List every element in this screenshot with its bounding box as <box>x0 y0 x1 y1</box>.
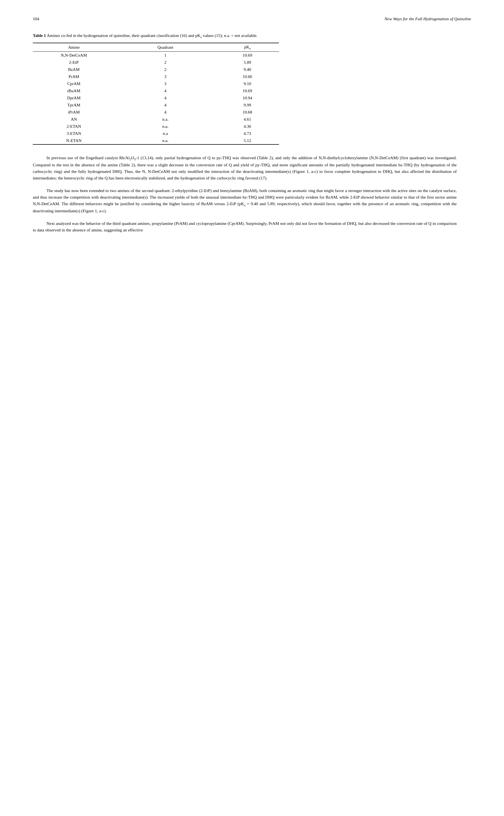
table-cell-12-0: N-ETAN <box>33 137 115 144</box>
table-cell-11-1: n.a <box>115 130 216 137</box>
table-cell-1-1: 2 <box>115 59 216 66</box>
table-cell-5-2: 10.69 <box>216 87 279 94</box>
table-row: DprAM410.94 <box>33 94 279 101</box>
table-row: tBuAM410.69 <box>33 87 279 94</box>
table-cell-5-1: 4 <box>115 87 216 94</box>
table-cell-10-0: 2-ETAN <box>33 123 115 130</box>
table-row: TprAM49.99 <box>33 101 279 109</box>
table-cell-7-2: 9.99 <box>216 101 279 109</box>
table-cell-1-0: 2-EtP <box>33 59 115 66</box>
table-cell-10-1: n.a. <box>115 123 216 130</box>
paragraph-3: Next analyzed was the behavior of the th… <box>33 220 457 233</box>
table-cell-2-2: 9.40 <box>216 66 279 73</box>
table-row: iPrAM410.68 <box>33 109 279 116</box>
table-cell-6-2: 10.94 <box>216 94 279 101</box>
table-cell-0-0: N,N-DetCeAM <box>33 51 115 59</box>
table-cell-9-0: AN <box>33 116 115 123</box>
table-cell-0-2: 10.69 <box>216 51 279 59</box>
table-label: Table 1 <box>33 33 46 38</box>
table-caption: Table 1 Amines co-fed in the hydrogenati… <box>33 32 334 39</box>
body-text: In previous use of the Engelhard catalys… <box>33 155 457 233</box>
amines-table: Amine Quadrant pKa N,N-DetCeAM110.692-Et… <box>33 43 279 145</box>
table-cell-7-1: 4 <box>115 101 216 109</box>
table-cell-8-1: 4 <box>115 109 216 116</box>
table-cell-10-2: 4.36 <box>216 123 279 130</box>
table-row: N-ETANn.a.5.12 <box>33 137 279 144</box>
table-cell-2-0: BzAM <box>33 66 115 73</box>
table-row: 2-EtP25.89 <box>33 59 279 66</box>
table-cell-5-0: tBuAM <box>33 87 115 94</box>
table-row: N,N-DetCeAM110.69 <box>33 51 279 59</box>
table-cell-3-0: PrAM <box>33 73 115 80</box>
table-row: CprAM39.10 <box>33 80 279 87</box>
table-cell-2-1: 2 <box>115 66 216 73</box>
table-cell-8-2: 10.68 <box>216 109 279 116</box>
table-cell-11-0: 3-ETAN <box>33 130 115 137</box>
col-header-quadrant: Quadrant <box>115 43 216 52</box>
table-cell-12-2: 5.12 <box>216 137 279 144</box>
table-cell-4-0: CprAM <box>33 80 115 87</box>
table-row: BzAM29.40 <box>33 66 279 73</box>
table-cell-4-1: 3 <box>115 80 216 87</box>
table-row: PrAM310.66 <box>33 73 279 80</box>
table-row: 2-ETANn.a.4.36 <box>33 123 279 130</box>
col-header-pka: pKa <box>216 43 279 52</box>
page-number: 104 <box>33 16 39 21</box>
table-header-row: Amine Quadrant pKa <box>33 43 279 52</box>
table-cell-7-0: TprAM <box>33 101 115 109</box>
table-cell-4-2: 9.10 <box>216 80 279 87</box>
table-cell-9-1: n.a. <box>115 116 216 123</box>
table-cell-9-2: 4.61 <box>216 116 279 123</box>
table-cell-12-1: n.a. <box>115 137 216 144</box>
table-cell-0-1: 1 <box>115 51 216 59</box>
table-caption-end: values (15); n.a. = not available. <box>202 33 258 38</box>
table-cell-8-0: iPrAM <box>33 109 115 116</box>
table-cell-1-2: 5.89 <box>216 59 279 66</box>
table-caption-text: Amines co-fed in the hydrogenation of qu… <box>46 33 200 38</box>
table-cell-6-0: DprAM <box>33 94 115 101</box>
table-cell-11-2: 4.73 <box>216 130 279 137</box>
col-header-amine: Amine <box>33 43 115 52</box>
table-row: 3-ETANn.a4.73 <box>33 130 279 137</box>
paragraph-1: In previous use of the Engelhard catalys… <box>33 155 457 181</box>
page-title: New Ways for the Full Hydrogenation of Q… <box>384 16 471 21</box>
table-cell-3-2: 10.66 <box>216 73 279 80</box>
table-row: ANn.a.4.61 <box>33 116 279 123</box>
table-cell-3-1: 3 <box>115 73 216 80</box>
paragraph-2: The study has now been extended to two a… <box>33 187 457 214</box>
table-cell-6-1: 4 <box>115 94 216 101</box>
